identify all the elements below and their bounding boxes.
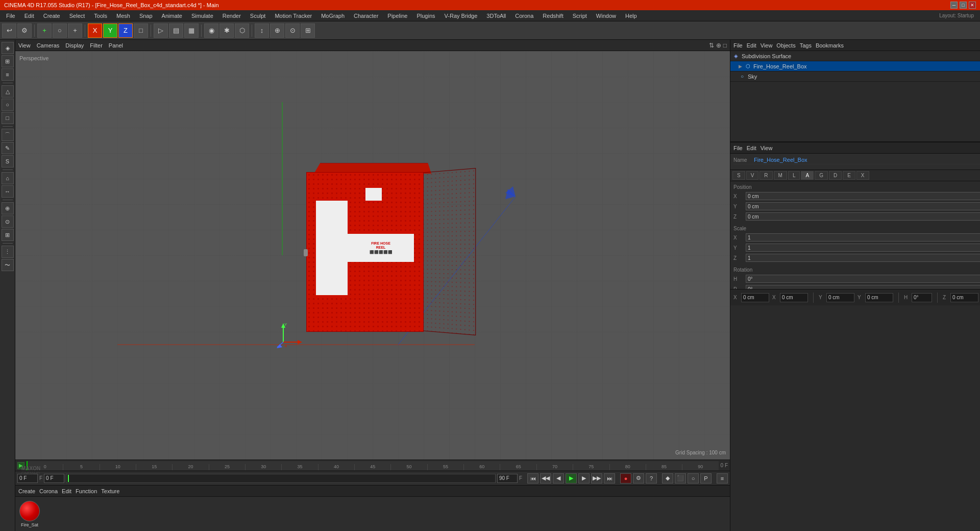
mat-menu-create[interactable]: Create	[18, 488, 35, 494]
auto-key-button[interactable]: ⬛	[675, 473, 686, 484]
menu-redshift[interactable]: Redshift	[538, 12, 567, 20]
viewport-3d[interactable]: FIRE HOSEREEL⬛⬛⬛⬛⬛	[15, 51, 730, 460]
menu-render[interactable]: Render	[218, 12, 245, 20]
pose-button[interactable]: P	[700, 473, 712, 484]
question-button[interactable]: ?	[646, 473, 657, 484]
toolbar-y-axis[interactable]: Y	[103, 23, 117, 38]
attr-h-input[interactable]	[746, 275, 980, 283]
coord-h-input[interactable]	[912, 293, 932, 302]
toolbar-world[interactable]: □	[134, 23, 148, 38]
left-tool-spline[interactable]: ⌒	[2, 129, 14, 141]
toolbar-mode3[interactable]: ⬡	[235, 23, 249, 38]
viewport-icon-box[interactable]: □	[723, 42, 727, 49]
menu-simulate[interactable]: Simulate	[187, 12, 217, 20]
left-tool-grid[interactable]: ⊕	[2, 202, 14, 214]
attr-sy-input[interactable]	[746, 244, 980, 252]
obj-menu-edit[interactable]: Edit	[747, 42, 756, 49]
attr-tab-x[interactable]: X	[856, 171, 869, 180]
attr-p-input[interactable]	[746, 285, 980, 289]
toolbar-circle[interactable]: ○	[53, 23, 67, 38]
obj-item-subdivision[interactable]: ◈ Subdivision Surface ✓ ✓	[730, 51, 980, 61]
playback-settings[interactable]: ⚙	[633, 473, 644, 484]
attr-x-input[interactable]	[746, 192, 980, 200]
mat-menu-texture[interactable]: Texture	[101, 488, 119, 494]
left-tool-1[interactable]: ◈	[2, 42, 14, 54]
viewport-menu-filter[interactable]: Filter	[90, 42, 102, 49]
attr-tab-m[interactable]: M	[774, 171, 787, 180]
left-tool-3[interactable]: ≡	[2, 68, 14, 81]
mat-menu-function[interactable]: Function	[76, 488, 97, 494]
left-tool-paint[interactable]: ✎	[2, 142, 14, 154]
left-tool-s[interactable]: S	[2, 155, 14, 167]
attr-z-input[interactable]	[746, 212, 980, 221]
toolbar-snap4[interactable]: ⊞	[301, 23, 315, 38]
play-reverse-button[interactable]: ◀◀	[540, 473, 551, 484]
prev-frame-button[interactable]: ◀	[553, 473, 564, 484]
left-tool-4[interactable]: △	[2, 85, 14, 98]
toolbar-render-active[interactable]: ▤	[169, 23, 183, 38]
coord-z-input[interactable]	[950, 293, 978, 302]
menu-edit[interactable]: Edit	[20, 12, 38, 20]
go-to-start-button[interactable]: ⏮	[527, 473, 538, 484]
toolbar-render-all[interactable]: ▦	[184, 23, 199, 38]
toolbar-snap3[interactable]: ⊙	[285, 23, 300, 38]
toolbar-undo[interactable]: ↩	[2, 23, 16, 38]
attr-tab-g[interactable]: G	[815, 171, 828, 180]
attr-menu-view[interactable]: View	[761, 145, 773, 151]
mat-menu-corona[interactable]: Corona	[39, 488, 58, 494]
obj-menu-bookmarks[interactable]: Bookmarks	[816, 42, 844, 49]
viewport-icon-plus[interactable]: ⊕	[716, 42, 721, 49]
menu-window[interactable]: Window	[592, 12, 620, 20]
close-button[interactable]: ✕	[969, 2, 976, 9]
obj-menu-file[interactable]: File	[733, 42, 743, 49]
menu-character[interactable]: Character	[350, 12, 382, 20]
menu-motion-tracker[interactable]: Motion Tracker	[271, 12, 316, 20]
menu-tools[interactable]: Tools	[90, 12, 111, 20]
menu-create[interactable]: Create	[39, 12, 64, 20]
extra-button[interactable]: ≡	[717, 473, 728, 484]
left-tool-dots[interactable]: ⋮	[2, 246, 14, 258]
record-button[interactable]: ●	[620, 473, 631, 484]
mat-menu-edit[interactable]: Edit	[62, 488, 71, 494]
toolbar-snap2[interactable]: ⊕	[270, 23, 284, 38]
coord-x2-input[interactable]	[780, 293, 808, 302]
attr-tab-s[interactable]: S	[732, 171, 745, 180]
maximize-button[interactable]: □	[960, 2, 967, 9]
viewport-menu-view[interactable]: View	[18, 42, 31, 49]
toolbar-z-axis[interactable]: Z	[118, 23, 133, 38]
menu-select[interactable]: Select	[65, 12, 89, 20]
play-forward-button[interactable]: ▶▶	[591, 473, 602, 484]
next-frame-button[interactable]: ▶	[578, 473, 590, 484]
menu-vray[interactable]: V-Ray Bridge	[440, 12, 482, 20]
menu-snap[interactable]: Snap	[135, 12, 157, 20]
toolbar-render-region[interactable]: ▷	[154, 23, 168, 38]
left-tool-5[interactable]: ○	[2, 99, 14, 111]
frame-start-input[interactable]	[44, 474, 64, 483]
timeline-ruler[interactable]: 0 5 10 15 20 25 30 35 40 45 50 55 60 65 …	[27, 461, 719, 470]
menu-mograph[interactable]: MoGraph	[317, 12, 349, 20]
timeline-playhead[interactable]	[27, 461, 28, 470]
menu-sculpt[interactable]: Sculpt	[246, 12, 270, 20]
toolbar-plus2[interactable]: +	[68, 23, 82, 38]
minimize-button[interactable]: ─	[950, 2, 958, 9]
attr-sx-input[interactable]	[746, 233, 980, 242]
obj-item-firehose[interactable]: ▶ ⬡ Fire_Hose_Reel_Box ✓ ✓	[730, 61, 980, 71]
attr-tab-v[interactable]: V	[746, 171, 759, 180]
attr-y-input[interactable]	[746, 202, 980, 210]
viewport-icon-arrows[interactable]: ⇅	[709, 42, 714, 49]
play-button[interactable]: ▶	[566, 473, 577, 484]
menu-mesh[interactable]: Mesh	[112, 12, 134, 20]
obj-menu-view[interactable]: View	[761, 42, 773, 49]
left-tool-circle2[interactable]: ⊙	[2, 215, 14, 228]
material-item-fire-sat[interactable]: Fire_Sat	[19, 501, 40, 527]
attr-menu-edit[interactable]: Edit	[747, 145, 756, 151]
coord-y-input[interactable]	[826, 293, 854, 302]
toolbar-add[interactable]: +	[37, 23, 52, 38]
attr-tab-l[interactable]: L	[788, 171, 800, 180]
toolbar-settings[interactable]: ⚙	[17, 23, 32, 38]
attr-tab-a[interactable]: A	[801, 171, 814, 180]
left-tool-sym[interactable]: ↔	[2, 185, 14, 198]
obj-menu-objects[interactable]: Objects	[776, 42, 795, 49]
motion-button[interactable]: ○	[688, 473, 699, 484]
viewport-menu-cameras[interactable]: Cameras	[37, 42, 60, 49]
